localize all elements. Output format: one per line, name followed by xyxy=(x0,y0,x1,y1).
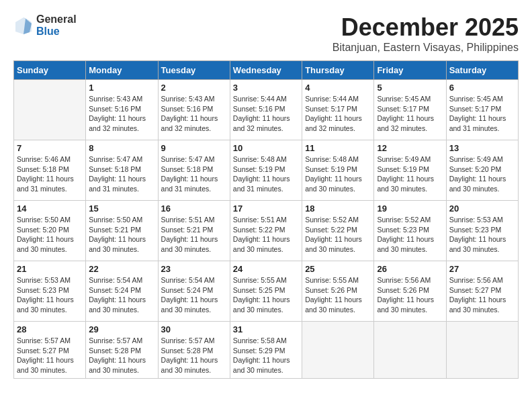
day-info: Sunrise: 5:58 AMSunset: 5:29 PMDaylight:… xyxy=(233,336,299,375)
day-info: Sunrise: 5:53 AMSunset: 5:23 PMDaylight:… xyxy=(449,215,515,255)
day-info: Sunrise: 5:47 AMSunset: 5:18 PMDaylight:… xyxy=(161,154,227,194)
logo: General Blue xyxy=(13,13,77,37)
calendar-day-cell: 16Sunrise: 5:51 AMSunset: 5:21 PMDayligh… xyxy=(158,201,230,261)
day-number: 17 xyxy=(233,203,299,214)
day-number: 28 xyxy=(17,324,83,334)
day-info: Sunrise: 5:45 AMSunset: 5:17 PMDaylight:… xyxy=(377,94,443,134)
calendar-day-cell: 12Sunrise: 5:49 AMSunset: 5:19 PMDayligh… xyxy=(374,140,446,201)
day-number: 26 xyxy=(377,264,443,274)
day-number: 9 xyxy=(161,143,227,153)
day-info: Sunrise: 5:47 AMSunset: 5:18 PMDaylight:… xyxy=(89,154,154,194)
day-info: Sunrise: 5:53 AMSunset: 5:23 PMDaylight:… xyxy=(17,275,83,315)
day-number: 20 xyxy=(449,203,515,214)
weekday-header-row: SundayMondayTuesdayWednesdayThursdayFrid… xyxy=(14,61,519,80)
day-info: Sunrise: 5:48 AMSunset: 5:19 PMDaylight:… xyxy=(305,154,371,194)
calendar-day-cell xyxy=(302,322,374,379)
day-info: Sunrise: 5:50 AMSunset: 5:20 PMDaylight:… xyxy=(17,215,83,255)
day-number: 29 xyxy=(89,324,154,334)
day-info: Sunrise: 5:57 AMSunset: 5:28 PMDaylight:… xyxy=(161,336,227,375)
day-info: Sunrise: 5:52 AMSunset: 5:22 PMDaylight:… xyxy=(305,215,371,255)
calendar-week-row: 28Sunrise: 5:57 AMSunset: 5:27 PMDayligh… xyxy=(14,322,519,379)
calendar-week-row: 14Sunrise: 5:50 AMSunset: 5:20 PMDayligh… xyxy=(14,201,519,261)
calendar-day-cell: 10Sunrise: 5:48 AMSunset: 5:19 PMDayligh… xyxy=(230,140,302,201)
logo-blue: Blue xyxy=(36,26,77,38)
calendar-day-cell xyxy=(374,322,446,379)
day-info: Sunrise: 5:57 AMSunset: 5:27 PMDaylight:… xyxy=(17,336,83,375)
logo-icon xyxy=(13,15,34,36)
weekday-header: Saturday xyxy=(446,61,518,80)
weekday-header: Friday xyxy=(374,61,446,80)
title-block: December 2025 Bitanjuan, Eastern Visayas… xyxy=(332,13,519,54)
day-info: Sunrise: 5:54 AMSunset: 5:24 PMDaylight:… xyxy=(89,275,154,315)
day-info: Sunrise: 5:51 AMSunset: 5:22 PMDaylight:… xyxy=(233,215,299,255)
calendar-week-row: 21Sunrise: 5:53 AMSunset: 5:23 PMDayligh… xyxy=(14,261,519,322)
calendar-day-cell: 14Sunrise: 5:50 AMSunset: 5:20 PMDayligh… xyxy=(14,201,86,261)
logo-general: General xyxy=(36,13,77,26)
calendar-day-cell: 20Sunrise: 5:53 AMSunset: 5:23 PMDayligh… xyxy=(446,201,518,261)
logo-text: General Blue xyxy=(36,13,77,37)
calendar-day-cell: 31Sunrise: 5:58 AMSunset: 5:29 PMDayligh… xyxy=(230,322,302,379)
calendar-day-cell: 29Sunrise: 5:57 AMSunset: 5:28 PMDayligh… xyxy=(86,322,158,379)
day-number: 16 xyxy=(161,203,227,214)
day-number: 22 xyxy=(89,264,154,274)
calendar-day-cell: 9Sunrise: 5:47 AMSunset: 5:18 PMDaylight… xyxy=(158,140,230,201)
calendar-week-row: 1Sunrise: 5:43 AMSunset: 5:16 PMDaylight… xyxy=(14,80,519,140)
day-info: Sunrise: 5:44 AMSunset: 5:17 PMDaylight:… xyxy=(305,94,371,134)
day-info: Sunrise: 5:43 AMSunset: 5:16 PMDaylight:… xyxy=(161,94,227,134)
day-number: 15 xyxy=(89,203,154,214)
calendar-day-cell xyxy=(14,80,86,140)
weekday-header: Tuesday xyxy=(158,61,230,80)
calendar-day-cell: 26Sunrise: 5:56 AMSunset: 5:26 PMDayligh… xyxy=(374,261,446,322)
day-number: 11 xyxy=(305,143,371,153)
calendar-week-row: 7Sunrise: 5:46 AMSunset: 5:18 PMDaylight… xyxy=(14,140,519,201)
day-info: Sunrise: 5:51 AMSunset: 5:21 PMDaylight:… xyxy=(161,215,227,255)
day-number: 25 xyxy=(305,264,371,274)
calendar-day-cell: 25Sunrise: 5:55 AMSunset: 5:26 PMDayligh… xyxy=(302,261,374,322)
weekday-header: Sunday xyxy=(14,61,86,80)
day-number: 7 xyxy=(17,143,83,153)
day-info: Sunrise: 5:46 AMSunset: 5:18 PMDaylight:… xyxy=(17,154,83,194)
day-number: 4 xyxy=(305,83,371,93)
day-number: 24 xyxy=(233,264,299,274)
day-number: 8 xyxy=(89,143,154,153)
day-info: Sunrise: 5:56 AMSunset: 5:26 PMDaylight:… xyxy=(377,275,443,315)
day-number: 31 xyxy=(233,324,299,334)
day-info: Sunrise: 5:57 AMSunset: 5:28 PMDaylight:… xyxy=(89,336,154,375)
calendar-day-cell: 21Sunrise: 5:53 AMSunset: 5:23 PMDayligh… xyxy=(14,261,86,322)
day-number: 2 xyxy=(161,83,227,93)
calendar-day-cell: 18Sunrise: 5:52 AMSunset: 5:22 PMDayligh… xyxy=(302,201,374,261)
calendar-day-cell: 7Sunrise: 5:46 AMSunset: 5:18 PMDaylight… xyxy=(14,140,86,201)
weekday-header: Monday xyxy=(86,61,158,80)
calendar-day-cell: 11Sunrise: 5:48 AMSunset: 5:19 PMDayligh… xyxy=(302,140,374,201)
day-info: Sunrise: 5:44 AMSunset: 5:16 PMDaylight:… xyxy=(233,94,299,134)
day-number: 23 xyxy=(161,264,227,274)
calendar-day-cell: 24Sunrise: 5:55 AMSunset: 5:25 PMDayligh… xyxy=(230,261,302,322)
day-info: Sunrise: 5:50 AMSunset: 5:21 PMDaylight:… xyxy=(89,215,154,255)
calendar-day-cell: 27Sunrise: 5:56 AMSunset: 5:27 PMDayligh… xyxy=(446,261,518,322)
day-number: 18 xyxy=(305,203,371,214)
day-info: Sunrise: 5:45 AMSunset: 5:17 PMDaylight:… xyxy=(449,94,515,134)
calendar-day-cell: 6Sunrise: 5:45 AMSunset: 5:17 PMDaylight… xyxy=(446,80,518,140)
calendar-day-cell: 22Sunrise: 5:54 AMSunset: 5:24 PMDayligh… xyxy=(86,261,158,322)
day-number: 1 xyxy=(89,83,154,93)
day-info: Sunrise: 5:55 AMSunset: 5:25 PMDaylight:… xyxy=(233,275,299,315)
calendar-day-cell: 28Sunrise: 5:57 AMSunset: 5:27 PMDayligh… xyxy=(14,322,86,379)
day-number: 21 xyxy=(17,264,83,274)
calendar-day-cell: 30Sunrise: 5:57 AMSunset: 5:28 PMDayligh… xyxy=(158,322,230,379)
day-number: 19 xyxy=(377,203,443,214)
day-number: 14 xyxy=(17,203,83,214)
calendar-day-cell: 4Sunrise: 5:44 AMSunset: 5:17 PMDaylight… xyxy=(302,80,374,140)
calendar-day-cell: 17Sunrise: 5:51 AMSunset: 5:22 PMDayligh… xyxy=(230,201,302,261)
location-subtitle: Bitanjuan, Eastern Visayas, Philippines xyxy=(332,42,519,54)
calendar-day-cell: 19Sunrise: 5:52 AMSunset: 5:23 PMDayligh… xyxy=(374,201,446,261)
day-number: 6 xyxy=(449,83,515,93)
month-title: December 2025 xyxy=(332,13,519,42)
weekday-header: Thursday xyxy=(302,61,374,80)
calendar-day-cell: 23Sunrise: 5:54 AMSunset: 5:24 PMDayligh… xyxy=(158,261,230,322)
calendar-day-cell: 15Sunrise: 5:50 AMSunset: 5:21 PMDayligh… xyxy=(86,201,158,261)
day-info: Sunrise: 5:43 AMSunset: 5:16 PMDaylight:… xyxy=(89,94,154,134)
calendar-day-cell: 5Sunrise: 5:45 AMSunset: 5:17 PMDaylight… xyxy=(374,80,446,140)
day-info: Sunrise: 5:49 AMSunset: 5:19 PMDaylight:… xyxy=(377,154,443,194)
calendar-day-cell: 13Sunrise: 5:49 AMSunset: 5:20 PMDayligh… xyxy=(446,140,518,201)
day-info: Sunrise: 5:55 AMSunset: 5:26 PMDaylight:… xyxy=(305,275,371,315)
